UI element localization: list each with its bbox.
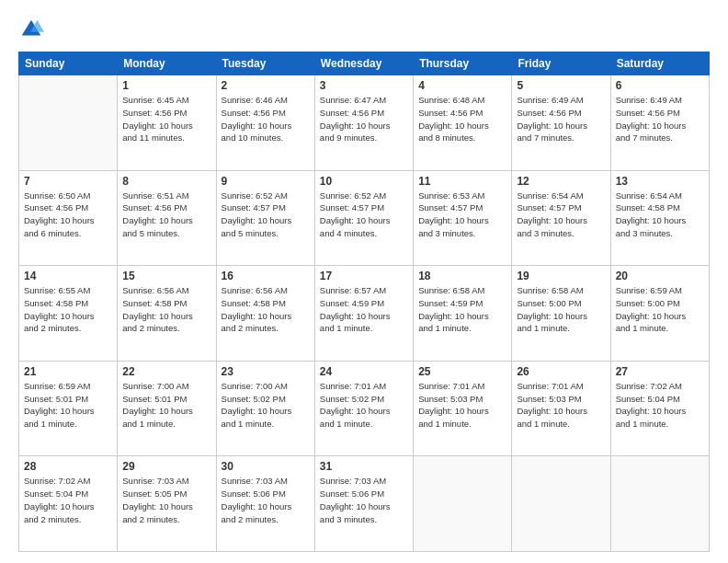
day-info: Sunrise: 6:52 AM Sunset: 4:57 PM Dayligh… [222,190,310,240]
calendar-cell: 22Sunrise: 7:00 AM Sunset: 5:01 PM Dayli… [118,361,216,456]
day-info: Sunrise: 7:01 AM Sunset: 5:03 PM Dayligh… [418,380,506,431]
day-number: 26 [517,365,605,378]
calendar-cell: 12Sunrise: 6:54 AM Sunset: 4:57 PM Dayli… [512,170,610,266]
day-number: 4 [418,79,506,92]
calendar-cell: 10Sunrise: 6:52 AM Sunset: 4:57 PM Dayli… [314,170,413,266]
calendar-cell [610,456,709,552]
calendar-cell: 17Sunrise: 6:57 AM Sunset: 4:59 PM Dayli… [314,266,413,362]
day-info: Sunrise: 6:49 AM Sunset: 4:56 PM Dayligh… [517,94,605,144]
calendar-header-tuesday: Tuesday [216,52,314,75]
day-number: 13 [616,175,704,188]
calendar-cell: 14Sunrise: 6:55 AM Sunset: 4:58 PM Dayli… [19,266,118,362]
day-number: 27 [616,365,704,378]
day-info: Sunrise: 6:55 AM Sunset: 4:58 PM Dayligh… [24,284,112,335]
calendar-week-4: 21Sunrise: 6:59 AM Sunset: 5:01 PM Dayli… [19,361,710,456]
day-number: 16 [222,270,310,282]
calendar-cell [414,456,512,552]
day-info: Sunrise: 6:59 AM Sunset: 5:00 PM Dayligh… [616,284,704,335]
day-number: 11 [418,175,506,188]
calendar-cell: 8Sunrise: 6:51 AM Sunset: 4:56 PM Daylig… [118,170,216,266]
calendar-cell: 24Sunrise: 7:01 AM Sunset: 5:02 PM Dayli… [314,361,413,456]
day-number: 28 [24,460,112,473]
calendar-cell: 2Sunrise: 6:46 AM Sunset: 4:56 PM Daylig… [216,75,314,171]
day-number: 31 [320,460,408,473]
calendar-cell: 9Sunrise: 6:52 AM Sunset: 4:57 PM Daylig… [216,170,314,266]
day-info: Sunrise: 7:03 AM Sunset: 5:05 PM Dayligh… [122,475,210,525]
day-info: Sunrise: 6:50 AM Sunset: 4:56 PM Dayligh… [24,190,112,240]
calendar-cell: 31Sunrise: 7:03 AM Sunset: 5:06 PM Dayli… [314,456,413,552]
day-info: Sunrise: 6:51 AM Sunset: 4:56 PM Dayligh… [122,190,210,240]
day-info: Sunrise: 6:47 AM Sunset: 4:56 PM Dayligh… [320,94,408,144]
calendar-cell: 25Sunrise: 7:01 AM Sunset: 5:03 PM Dayli… [414,361,512,456]
day-info: Sunrise: 6:46 AM Sunset: 4:56 PM Dayligh… [222,94,310,144]
calendar-cell: 15Sunrise: 6:56 AM Sunset: 4:58 PM Dayli… [118,266,216,362]
logo [18,17,48,42]
calendar-cell: 29Sunrise: 7:03 AM Sunset: 5:05 PM Dayli… [118,456,216,552]
day-info: Sunrise: 7:03 AM Sunset: 5:06 PM Dayligh… [320,475,408,525]
day-number: 2 [222,79,310,92]
day-number: 21 [24,365,112,378]
day-info: Sunrise: 6:53 AM Sunset: 4:57 PM Dayligh… [418,190,506,240]
calendar-cell [512,456,610,552]
day-number: 22 [122,365,210,378]
day-number: 25 [418,365,506,378]
calendar-week-2: 7Sunrise: 6:50 AM Sunset: 4:56 PM Daylig… [19,170,710,266]
calendar-cell: 23Sunrise: 7:00 AM Sunset: 5:02 PM Dayli… [216,361,314,456]
calendar-cell: 18Sunrise: 6:58 AM Sunset: 4:59 PM Dayli… [414,266,512,362]
calendar-header-wednesday: Wednesday [314,52,413,75]
day-info: Sunrise: 6:45 AM Sunset: 4:56 PM Dayligh… [122,94,210,144]
day-number: 14 [24,270,112,282]
calendar-header-monday: Monday [118,52,216,75]
calendar-cell: 16Sunrise: 6:56 AM Sunset: 4:58 PM Dayli… [216,266,314,362]
day-number: 24 [320,365,408,378]
day-number: 5 [517,79,605,92]
calendar-header-sunday: Sunday [19,52,118,75]
calendar-header-row: SundayMondayTuesdayWednesdayThursdayFrid… [19,52,710,75]
day-info: Sunrise: 7:00 AM Sunset: 5:02 PM Dayligh… [222,380,310,431]
day-info: Sunrise: 6:49 AM Sunset: 4:56 PM Dayligh… [616,94,704,144]
day-info: Sunrise: 6:58 AM Sunset: 5:00 PM Dayligh… [517,284,605,335]
day-number: 8 [122,175,210,188]
day-number: 17 [320,270,408,282]
header [18,17,710,42]
day-number: 6 [616,79,704,92]
calendar-cell: 20Sunrise: 6:59 AM Sunset: 5:00 PM Dayli… [610,266,709,362]
day-number: 15 [122,270,210,282]
calendar-week-5: 28Sunrise: 7:02 AM Sunset: 5:04 PM Dayli… [19,456,710,552]
calendar-cell: 30Sunrise: 7:03 AM Sunset: 5:06 PM Dayli… [216,456,314,552]
day-info: Sunrise: 6:54 AM Sunset: 4:58 PM Dayligh… [616,190,704,240]
day-number: 23 [222,365,310,378]
calendar-cell: 3Sunrise: 6:47 AM Sunset: 4:56 PM Daylig… [314,75,413,171]
day-number: 29 [122,460,210,473]
day-number: 7 [24,175,112,188]
calendar-header-thursday: Thursday [414,52,512,75]
calendar-cell: 4Sunrise: 6:48 AM Sunset: 4:56 PM Daylig… [414,75,512,171]
day-info: Sunrise: 7:02 AM Sunset: 5:04 PM Dayligh… [616,380,704,431]
day-number: 1 [122,79,210,92]
calendar-cell: 26Sunrise: 7:01 AM Sunset: 5:03 PM Dayli… [512,361,610,456]
calendar-cell [19,75,118,171]
day-info: Sunrise: 7:01 AM Sunset: 5:02 PM Dayligh… [320,380,408,431]
day-info: Sunrise: 7:00 AM Sunset: 5:01 PM Dayligh… [122,380,210,431]
day-number: 18 [418,270,506,282]
day-info: Sunrise: 6:56 AM Sunset: 4:58 PM Dayligh… [222,284,310,335]
day-info: Sunrise: 6:52 AM Sunset: 4:57 PM Dayligh… [320,190,408,240]
day-number: 9 [222,175,310,188]
calendar-cell: 7Sunrise: 6:50 AM Sunset: 4:56 PM Daylig… [19,170,118,266]
day-info: Sunrise: 7:02 AM Sunset: 5:04 PM Dayligh… [24,475,112,525]
calendar-cell: 21Sunrise: 6:59 AM Sunset: 5:01 PM Dayli… [19,361,118,456]
day-number: 19 [517,270,605,282]
day-info: Sunrise: 7:01 AM Sunset: 5:03 PM Dayligh… [517,380,605,431]
calendar-header-friday: Friday [512,52,610,75]
day-info: Sunrise: 6:58 AM Sunset: 4:59 PM Dayligh… [418,284,506,335]
day-number: 20 [616,270,704,282]
logo-icon [18,17,44,42]
day-info: Sunrise: 6:59 AM Sunset: 5:01 PM Dayligh… [24,380,112,431]
calendar-cell: 27Sunrise: 7:02 AM Sunset: 5:04 PM Dayli… [610,361,709,456]
page: SundayMondayTuesdayWednesdayThursdayFrid… [0,0,728,563]
day-number: 10 [320,175,408,188]
day-info: Sunrise: 6:56 AM Sunset: 4:58 PM Dayligh… [122,284,210,335]
calendar-cell: 13Sunrise: 6:54 AM Sunset: 4:58 PM Dayli… [610,170,709,266]
calendar-cell: 1Sunrise: 6:45 AM Sunset: 4:56 PM Daylig… [118,75,216,171]
day-number: 12 [517,175,605,188]
